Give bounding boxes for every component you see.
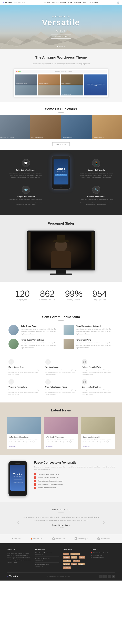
testimonial-prev-button[interactable]: ❮ xyxy=(17,520,20,524)
nav-link-features[interactable]: Features ▾ xyxy=(74,2,81,3)
amazing-subtitle: Vestibulum id ligula porta felis euismod… xyxy=(29,62,93,65)
sem-item-3-title: Tortor Quam Cursus Etiam xyxy=(21,339,58,341)
tag-minimal[interactable]: Minimal xyxy=(78,563,85,565)
tag-theme[interactable]: Theme xyxy=(79,556,85,558)
news-read-more-3[interactable]: Read More xyxy=(83,446,90,447)
app-feature-3: ✓ Malesuada Ipsum Egestas ullamcorper xyxy=(34,480,115,482)
personnel-title: Personnel Slider xyxy=(10,222,112,226)
hero-dot-5[interactable] xyxy=(64,46,65,47)
tcol-item-4: ◯ Vehicula Fermentum Lorem ipsum dolor s… xyxy=(9,379,40,396)
tag-portfolio[interactable]: Portfolio xyxy=(63,556,70,558)
app-features-list: ✓ Pharetra Aliquam Parturient Nibh ✓ Pra… xyxy=(34,473,115,489)
tcol-4-title: Vehicula Fermentum xyxy=(9,386,40,388)
sem-item-3-text: Lorem ipsum dolor sit amet, consectetur … xyxy=(21,342,58,349)
news-grid: Nullam Lorem Mattis Purusc Lorem ipsum d… xyxy=(7,417,115,449)
sem-item-2-title: Risus Consectetur Euismod xyxy=(76,325,113,327)
works-grid: Thumbnails open lightbox Thumbnail link … xyxy=(0,115,122,139)
sem-avatar-2 xyxy=(64,325,74,335)
phone-center: Versatile The Best Theme TRY ME NOW! xyxy=(48,156,74,190)
phone-home-button[interactable] xyxy=(60,186,62,188)
news-card-1: Nullam Lorem Mattis Purusc Lorem ipsum d… xyxy=(7,417,41,449)
hero-content: Welcome To Versatile Group View All Work… xyxy=(42,15,80,38)
footer-post-2-date: 18 March 2014 xyxy=(35,560,59,561)
nav-link-shortcodes[interactable]: Shortcodes ▾ xyxy=(89,2,98,3)
feature-4-text: Aenean lacinia bibendum nulla sed consec… xyxy=(9,198,43,206)
nav-logo[interactable]: ✦ Versatile WordPress Theme xyxy=(3,1,25,4)
footer-post-3-title[interactable]: Donec Iaculis Imperdiet xyxy=(35,564,59,566)
tcol-5-title: Cras Pellentesque Risus xyxy=(45,386,77,388)
nav-link-pages[interactable]: Pages ▾ xyxy=(60,2,66,3)
nav-link-shop[interactable]: Shop ▾ xyxy=(83,2,88,3)
preview-img-1: Thumbnails open lightbox xyxy=(15,74,37,85)
navigation: ✦ Versatile WordPress Theme Introduce Po… xyxy=(0,0,122,5)
footer-about-title: About Us xyxy=(7,548,31,550)
tag-versatile[interactable]: Versatile xyxy=(73,560,80,562)
footer-about: About Us Lorem ipsum dolor sit amet, con… xyxy=(7,548,31,569)
app-feature-5: ✓ Donec Euismod Tortor Tellus xyxy=(34,486,115,489)
hero-dot-1[interactable] xyxy=(57,46,58,47)
preview-img-2: Thumbnail link to post xyxy=(38,74,60,85)
tag-photography[interactable]: Photography xyxy=(70,553,80,555)
testimonial-next-button[interactable]: ❯ xyxy=(102,520,105,524)
social-google-plus[interactable]: g+ xyxy=(108,574,111,578)
testimonial-role: Engineer xyxy=(22,526,100,528)
news-read-more-1[interactable]: Read More xyxy=(9,446,16,447)
social-facebook[interactable]: f xyxy=(99,574,102,578)
footer-post-1-title[interactable]: Nullam Lorem Mattis Purusc xyxy=(35,552,59,554)
work-item-1: Thumbnails open lightbox xyxy=(0,115,30,139)
tag-design[interactable]: Design xyxy=(63,553,69,555)
nav-link-portfolio[interactable]: Portfolio ▾ xyxy=(52,2,59,3)
tcol-3-title: Nullam Fringilla Mela xyxy=(82,366,113,368)
sem-item-3: Tortor Quam Cursus Etiam Lorem ipsum dol… xyxy=(9,339,58,349)
social-twitter[interactable]: t xyxy=(103,574,107,578)
news-card-3-text: Lorem ipsum dolor sit amet, consectetur … xyxy=(83,439,113,443)
news-read-more-2[interactable]: Read More xyxy=(46,446,53,447)
feature-6-text: Aenean lacinia bibendum nulla sed consec… xyxy=(79,198,113,206)
hero-title: Versatile xyxy=(42,18,80,26)
view-all-works-button[interactable]: View All Works xyxy=(52,142,69,146)
stats-section: 120 Employees 862 Finished Projects 99% … xyxy=(0,282,122,308)
hero-dot-2[interactable] xyxy=(59,46,60,47)
partner-wpdiland: W WPDILand xyxy=(52,537,65,540)
footer-contact: Contact 📍 123 Main Street, New York 📞 +1… xyxy=(91,548,115,569)
footer-post-2: Nam Sint Sit Ullamcorper 18 March 2014 xyxy=(35,558,59,562)
tag-css3[interactable]: CSS3 xyxy=(71,563,77,565)
hero-dot-3[interactable] xyxy=(60,46,62,47)
feature-6-title: Pulvinar Vestibulum xyxy=(79,196,113,198)
phone-cta[interactable]: TRY ME NOW! xyxy=(55,174,67,176)
features-section: 💬 Sollicitudin Vestibulum Aenean lacinia… xyxy=(0,150,122,215)
stat-number-employees: 120 xyxy=(15,289,30,298)
tag-wordpress[interactable]: WordPress xyxy=(63,560,71,562)
logo-tagline: WordPress Theme xyxy=(14,2,25,3)
personnel-section: Personnel Slider xyxy=(0,215,122,282)
footer-about-text: Lorem ipsum dolor sit amet, consectetur … xyxy=(7,552,31,564)
testimonial-text: Lorem ipsum dolor sit amet consectetur a… xyxy=(22,516,100,522)
footer-post-2-title[interactable]: Nam Sint Sit Ullamcorper xyxy=(35,558,59,560)
news-title: Latest News xyxy=(7,408,115,412)
preview-img-4 xyxy=(15,85,37,96)
footer-grid: About Us Lorem ipsum dolor sit amet, con… xyxy=(7,548,115,569)
nav-link-introduce[interactable]: Introduce xyxy=(44,2,50,3)
feature-4-title: Integer posuere erat xyxy=(9,196,43,198)
tcol-item-6: ◯ Consectetur Dapibus Lorem ipsum dolor … xyxy=(82,379,113,396)
tag-creative[interactable]: Creative xyxy=(63,563,70,565)
social-linkedin[interactable]: in xyxy=(112,574,115,578)
tcol-item-2: ◯ Tristique Ipsum Lorem ipsum dolor sit … xyxy=(45,359,77,376)
partner-wordpress: W WordPress xyxy=(97,537,110,540)
stat-clients: 99% Happy Clients xyxy=(65,289,82,301)
hero-cta-button[interactable]: View All Works xyxy=(51,34,71,38)
hero-welcome-text: Welcome To xyxy=(42,15,80,18)
news-card-2-text: Lorem ipsum dolor sit amet, consectetur … xyxy=(46,439,76,443)
hero-dot-4[interactable] xyxy=(62,46,63,47)
nav-cart[interactable]: 🛒 xyxy=(117,1,119,4)
news-img-1 xyxy=(7,417,41,434)
tag-html5[interactable]: HTML5 xyxy=(71,556,77,558)
tag-tog-cloud[interactable]: Tog Cloud xyxy=(63,566,71,569)
nav-link-blog[interactable]: Blog ▾ xyxy=(68,2,72,3)
stat-fanpage: 954 Fanpage Likes xyxy=(92,289,107,301)
sem-item-2: Risus Consectetur Euismod Lorem ipsum do… xyxy=(64,325,113,335)
footer-post-1-date: 20 March 2014 xyxy=(35,554,59,555)
stat-label-fanpage: Fanpage Likes xyxy=(92,299,107,301)
footer-post-3-date: 15 March 2014 xyxy=(35,566,59,567)
tcol-1-text: Lorem ipsum dolor sit amet, consectetur … xyxy=(9,369,40,376)
